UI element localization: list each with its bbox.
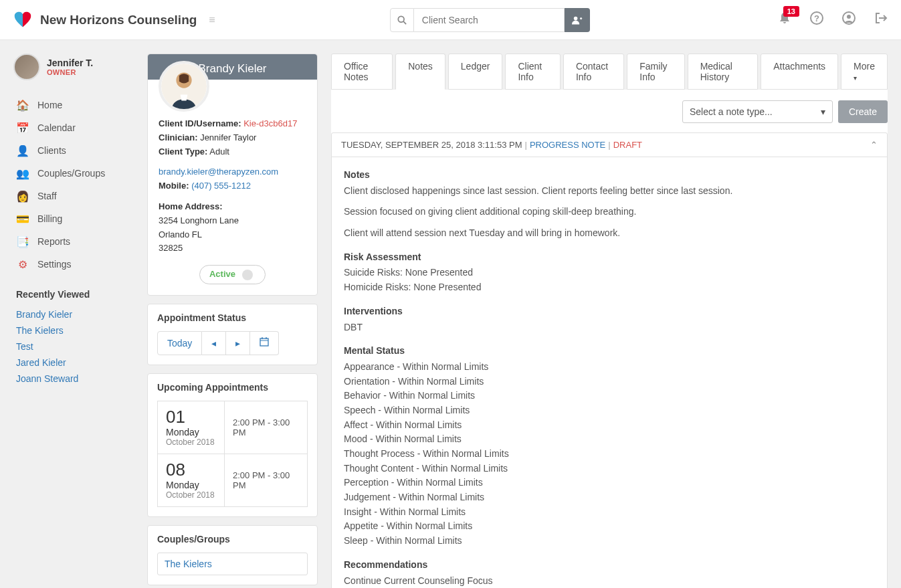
tab-contact-info[interactable]: Contact Info [563, 54, 624, 90]
client-header: Brandy Kieler [148, 54, 317, 80]
mental-status-item: Thought Content - Within Normal Limits [344, 462, 875, 476]
search-button[interactable] [390, 8, 414, 32]
mental-status-item: Behavior - Within Normal Limits [344, 389, 875, 403]
mental-status-item: Speech - Within Normal Limits [344, 403, 875, 418]
logout-icon [874, 11, 888, 25]
add-client-button[interactable] [565, 8, 590, 32]
add-user-icon [572, 15, 583, 25]
chevron-down-icon: ▾ [821, 106, 825, 117]
addr-line3: 32825 [159, 241, 306, 256]
nav-icon: 📅 [16, 121, 29, 134]
client-name: Brandy Kieler [198, 62, 266, 75]
notification-badge: 13 [783, 6, 799, 17]
nav-icon: 👥 [16, 167, 29, 180]
client-id: Kie-d3cb6d17 [243, 118, 297, 128]
prev-button[interactable]: ◂ [202, 331, 226, 355]
couples-groups-card: Couples/Groups The Kielers [147, 525, 318, 585]
user-name: Jennifer T. [47, 58, 93, 68]
svg-point-6 [847, 15, 851, 19]
nav-couples-groups[interactable]: 👥Couples/Groups [13, 162, 134, 185]
help-button[interactable]: ? [810, 11, 823, 28]
client-summary-card: Brandy Kieler Client ID/Username: Kie-d3… [147, 54, 318, 296]
logo[interactable]: New Horizons Counseling [13, 11, 197, 29]
svg-point-2 [574, 16, 578, 20]
appointment-row[interactable]: 08MondayOctober 20182:00 PM - 3:00 PM [157, 454, 308, 507]
mental-status-item: Thought Process - Within Normal Limits [344, 447, 875, 462]
mental-status-item: Appearance - Within Normal Limits [344, 360, 875, 375]
address-label: Home Address: [159, 201, 223, 211]
status-toggle[interactable]: Active [199, 265, 266, 284]
nav-calendar[interactable]: 📅Calendar [13, 116, 134, 139]
topbar: New Horizons Counseling ≡ 13 ? [0, 0, 901, 40]
profile-button[interactable] [842, 11, 856, 28]
notifications-button[interactable]: 13 [778, 11, 791, 28]
avatar [13, 54, 40, 80]
svg-rect-9 [260, 338, 268, 346]
calendar-button[interactable] [250, 331, 279, 355]
user-circle-icon [842, 11, 856, 25]
mental-status-item: Insight - Within Normal Limits [344, 505, 875, 520]
search-icon [397, 15, 407, 25]
note-status: DRAFT [613, 140, 642, 150]
search-input[interactable] [414, 8, 565, 32]
addr-line1: 3254 Longhorn Lane [159, 214, 306, 228]
toggle-knob [242, 270, 253, 280]
tab-attachments[interactable]: Attachments [761, 54, 838, 90]
recent-link[interactable]: Jared Kieler [16, 357, 66, 368]
today-button[interactable]: Today [157, 331, 202, 355]
next-button[interactable]: ▸ [226, 331, 250, 355]
appointment-status-card: Appointment Status Today ◂ ▸ [147, 304, 318, 365]
nav-clients[interactable]: 👤Clients [13, 139, 134, 162]
mental-status-item: Sleep - Within Normal Limits [344, 534, 875, 549]
topbar-actions: 13 ? [778, 11, 888, 28]
nav-icon: 📑 [16, 235, 29, 248]
tab-family-info[interactable]: Family Info [627, 54, 684, 90]
recent-link[interactable]: Joann Steward [16, 373, 78, 384]
nav-billing[interactable]: 💳Billing [13, 207, 134, 230]
mental-status-item: Affect - Within Normal Limits [344, 418, 875, 433]
client-avatar [159, 61, 209, 112]
note-type-select[interactable]: Select a note type... ▾ [682, 100, 833, 123]
logout-button[interactable] [874, 11, 888, 28]
mental-status-item: Judgement - Within Normal Limits [344, 490, 875, 505]
svg-text:?: ? [814, 13, 819, 23]
addr-line2: Orlando FL [159, 228, 306, 242]
upcoming-appointments-card: Upcoming Appointments 01MondayOctober 20… [147, 373, 318, 517]
recent-link[interactable]: The Kielers [16, 325, 64, 336]
tab-ledger[interactable]: Ledger [448, 54, 503, 90]
sidebar: Jennifer T. OWNER 🏠Home📅Calendar👤Clients… [13, 54, 134, 387]
nav-icon: ⚙ [16, 258, 29, 271]
menu-toggle-icon[interactable]: ≡ [209, 14, 215, 26]
recent-heading: Recently Viewed [16, 289, 134, 300]
mental-status-item: Orientation - Within Normal Limits [344, 375, 875, 389]
svg-point-0 [398, 16, 404, 22]
group-link[interactable]: The Kielers [157, 553, 308, 575]
recent-link[interactable]: Brandy Kieler [16, 309, 72, 320]
user-role: OWNER [47, 68, 93, 76]
appointment-row[interactable]: 01MondayOctober 20182:00 PM - 3:00 PM [157, 401, 308, 454]
nav-icon: 👩 [16, 189, 29, 203]
create-button[interactable]: Create [838, 100, 888, 123]
tab-notes[interactable]: Notes [395, 54, 445, 90]
nav-staff[interactable]: 👩Staff [13, 185, 134, 207]
recent-link[interactable]: Test [16, 341, 33, 352]
help-icon: ? [810, 11, 823, 25]
nav-reports[interactable]: 📑Reports [13, 230, 134, 253]
client-phone-link[interactable]: (407) 555-1212 [191, 181, 251, 191]
note-type: PROGRESS NOTE [530, 140, 605, 150]
search-area [390, 8, 590, 32]
nav-settings[interactable]: ⚙Settings [13, 253, 134, 276]
org-name: New Horizons Counseling [40, 13, 197, 27]
tab-more[interactable]: More [841, 54, 888, 90]
note-header[interactable]: TUESDAY, SEPTEMBER 25, 2018 3:11:53 PM |… [332, 133, 887, 157]
tab-office-notes[interactable]: Office Notes [331, 54, 393, 90]
collapse-icon[interactable]: ⌃ [870, 140, 878, 150]
mental-status-item: Appetite - Within Normal Limits [344, 519, 875, 534]
nav-home[interactable]: 🏠Home [13, 94, 134, 116]
client-email-link[interactable]: brandy.kieler@therapyzen.com [159, 167, 278, 177]
tab-client-info[interactable]: Client Info [505, 54, 561, 90]
current-user[interactable]: Jennifer T. OWNER [13, 54, 134, 80]
tab-medical-history[interactable]: Medical History [688, 54, 759, 90]
nav-icon: 👤 [16, 144, 29, 157]
note-date: TUESDAY, SEPTEMBER 25, 2018 3:11:53 PM [341, 140, 522, 150]
